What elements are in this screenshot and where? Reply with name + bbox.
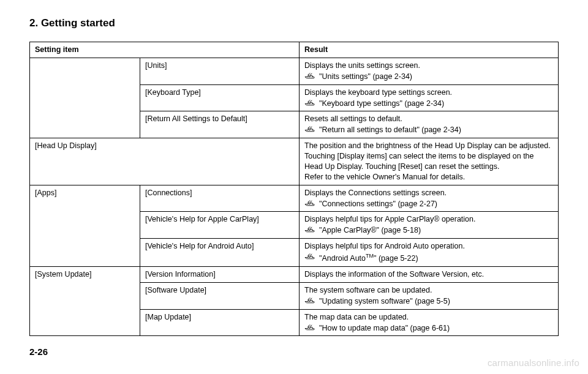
hand-pointer-icon [304,125,315,133]
cell-sub: [Keyboard Type] [140,84,300,111]
result-text: The system software can be updated. [304,285,553,296]
hand-pointer-icon [304,324,315,331]
cell-result: The map data can be updated. "How to upd… [300,309,559,336]
cell-parent [30,58,140,138]
ref-text: "How to update map data" (page 6-61) [319,323,450,334]
cell-sub: [Version Information] [140,267,300,283]
result-ref: "Updating system software" (page 5-5) [304,296,553,307]
result-ref: "How to update map data" (page 6-61) [304,323,553,334]
cell-result: Displays the Connections settings screen… [300,185,559,212]
table-row: [Head Up Display] The position and the b… [30,138,559,185]
table-row: [Units] Displays the units settings scre… [30,58,559,84]
result-text: Displays the information of the Software… [304,269,553,280]
ref-text: "Updating system software" (page 5-5) [319,296,450,307]
page-number: 2-26 [29,346,48,357]
header-result: Result [300,42,559,58]
cell-sub: [Vehicle's Help for Apple CarPlay] [140,212,300,239]
cell-result: The position and the brightness of the H… [300,138,559,185]
cell-result: Resets all settings to default. "Return … [300,111,559,138]
table-row: [System Update] [Version Information] Di… [30,267,559,283]
cell-parent: [Apps] [30,185,140,266]
cell-sub: [Software Update] [140,282,300,309]
result-text: Displays the keyboard type settings scre… [304,88,553,98]
section-heading: 2. Getting started [29,17,559,29]
result-ref: "Apple CarPlay®" (page 5-18) [304,225,553,236]
result-text: The position and the brightness of the H… [304,141,553,182]
settings-table: Setting item Result [Units] Displays the… [29,42,559,336]
hand-pointer-icon [304,253,315,260]
cell-result: The system software can be updated. "Upd… [300,282,559,309]
cell-parent: [System Update] [30,267,140,336]
ref-text: "Connections settings" (page 2-27) [319,199,437,209]
table-row: [Apps] [Connections] Displays the Connec… [30,185,559,212]
cell-sub: [Connections] [140,185,300,212]
ref-text: "Apple CarPlay®" (page 5-18) [319,225,421,236]
cell-result: Displays the keyboard type settings scre… [300,84,559,111]
hand-pointer-icon [304,72,315,80]
result-ref: "Android AutoTM" (page 5-22) [304,252,553,264]
hand-pointer-icon [304,226,315,233]
cell-parent: [Head Up Display] [30,138,300,185]
result-text: Resets all settings to default. [304,114,553,124]
result-ref: "Return all settings to default" (page 2… [304,125,553,135]
result-text: Displays the units settings screen. [304,61,553,71]
cell-result: Displays the units settings screen. "Uni… [300,58,559,84]
result-text: Displays helpful tips for Android Auto o… [304,241,553,252]
result-ref: "Connections settings" (page 2-27) [304,199,553,209]
hand-pointer-icon [304,200,315,207]
watermark: carmanualsonline.info [488,357,579,368]
header-setting-item: Setting item [30,42,300,58]
ref-text: "Keyboard type settings" (page 2-34) [319,99,444,109]
cell-sub: [Map Update] [140,309,300,336]
cell-result: Displays the information of the Software… [300,267,559,283]
result-text: The map data can be updated. [304,312,553,323]
hand-pointer-icon [304,297,315,304]
cell-sub: [Vehicle's Help for Android Auto] [140,239,300,267]
cell-result: Displays helpful tips for Apple CarPlay®… [300,212,559,239]
result-ref: "Keyboard type settings" (page 2-34) [304,99,553,109]
hand-pointer-icon [304,99,315,107]
result-text: Displays helpful tips for Apple CarPlay®… [304,214,553,225]
cell-sub: [Units] [140,58,300,84]
result-text: Displays the Connections settings screen… [304,188,553,198]
ref-text: "Return all settings to default" (page 2… [319,125,461,135]
cell-sub: [Return All Settings to Default] [140,111,300,138]
cell-result: Displays helpful tips for Android Auto o… [300,239,559,267]
result-ref: "Units settings" (page 2-34) [304,72,553,82]
table-header-row: Setting item Result [30,42,559,58]
ref-text: "Android AutoTM" (page 5-22) [319,252,418,264]
ref-text: "Units settings" (page 2-34) [319,72,412,82]
